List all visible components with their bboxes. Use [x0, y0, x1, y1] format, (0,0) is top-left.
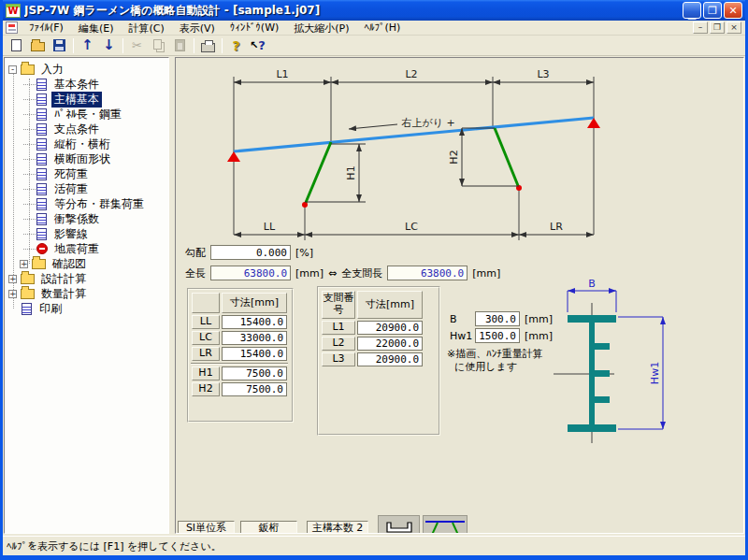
cell-lr-value[interactable]: 15400.0	[222, 347, 287, 361]
row-label-lr: LR	[192, 347, 220, 361]
sidebar-item-dead-load[interactable]: 死荷重	[5, 166, 168, 181]
cell-lc-value[interactable]: 33000.0	[222, 331, 287, 345]
tree-expand-icon[interactable]: +	[20, 260, 28, 268]
menu-help[interactable]: ﾍﾙﾌﾟ(H)	[357, 21, 409, 35]
slope-direction-label: 右上がり +	[401, 117, 454, 129]
context-help-button[interactable]: ↖?	[247, 36, 268, 55]
grade-input[interactable]: 0.000	[210, 245, 291, 260]
height-label-h1: H1	[345, 165, 357, 179]
sidebar-item-quantity-calculation[interactable]: + 数量計算	[5, 286, 168, 301]
dimensions-header-size: 寸法[mm]	[222, 293, 287, 313]
sidebar-item-distributed-crowd-load[interactable]: 等分布・群集荷重	[5, 196, 168, 211]
b-input[interactable]: 300.0	[475, 311, 520, 326]
tree-expand-icon[interactable]: +	[8, 290, 17, 298]
cell-h2-value[interactable]: 7500.0	[222, 382, 287, 396]
span-label-l1: L1	[276, 68, 288, 80]
mdi-document-icon[interactable]	[6, 22, 18, 34]
sidebar-item-live-load[interactable]: 活荷重	[5, 181, 168, 196]
total-length-value: 63800.0	[210, 266, 291, 280]
toolbar-separator	[73, 38, 74, 53]
cell-l2-value[interactable]: 22000.0	[357, 337, 423, 351]
tree-expand-icon[interactable]: +	[8, 275, 17, 283]
main-girder-count-box: 主構本数 2	[307, 521, 368, 534]
copy-button[interactable]	[148, 36, 169, 55]
close-button[interactable]: ✕	[724, 2, 742, 19]
sidebar-item-influence-line[interactable]: 影響線	[5, 226, 168, 241]
tree-collapse-icon[interactable]: -	[8, 65, 17, 74]
minimize-button[interactable]: ▁	[683, 2, 701, 19]
girder-cross-section-diagram: B Hw1	[540, 278, 699, 455]
folder-icon	[21, 289, 35, 299]
open-button[interactable]	[27, 36, 49, 55]
menu-view[interactable]: 表示(V)	[172, 21, 223, 35]
move-down-button[interactable]: ↓	[98, 36, 120, 55]
channel-section-button[interactable]	[378, 515, 420, 534]
print-button[interactable]	[197, 36, 219, 55]
row-label-ll: LL	[192, 315, 220, 329]
new-button[interactable]	[6, 36, 27, 55]
content-area: - 入力 基本条件 主構基本 ﾊﾟﾈﾙ長・鋼重	[3, 56, 745, 536]
length-field-row: 全長 63800.0 [mm] ⇔ 全支間長 63800.0 [mm]	[185, 266, 500, 280]
usage-note-line1: ※描画、ﾊﾝﾁ重量計算	[447, 348, 543, 361]
menu-file[interactable]: ﾌｧｲﾙ(F)	[22, 21, 71, 35]
cell-l1-value[interactable]: 20900.0	[357, 321, 423, 335]
mdi-minimize-button[interactable]: –	[693, 22, 708, 34]
move-up-button[interactable]: ↑	[77, 36, 98, 55]
sidebar-item-support-conditions[interactable]: 支点条件	[5, 122, 168, 136]
toolbar-separator	[222, 38, 223, 53]
grade-field-row: 勾配 0.000 [%]	[185, 245, 313, 260]
mdi-close-button[interactable]: ×	[726, 22, 741, 34]
sidebar-item-main-girder-basic[interactable]: 主構基本	[5, 92, 168, 107]
sidebar-item-input[interactable]: - 入力	[5, 62, 168, 77]
usage-note-line2: に使用します	[447, 361, 543, 374]
tree-branch-line	[23, 219, 36, 220]
hw1-input[interactable]: 1500.0	[475, 328, 520, 343]
hw1-label: Hw1	[450, 330, 470, 342]
sidebar-item-cross-section-shape[interactable]: 横断面形状	[5, 151, 168, 166]
menu-window[interactable]: ｳｨﾝﾄﾞｳ(W)	[223, 21, 286, 35]
total-span-value: 63800.0	[387, 266, 468, 280]
sidebar-item-design-calculation[interactable]: + 設計計算	[5, 271, 168, 286]
total-span-label: 全支間長	[341, 266, 382, 280]
menu-zoom[interactable]: 拡大縮小(P)	[286, 21, 356, 35]
sidebar-item-panel-length-steel-weight[interactable]: ﾊﾟﾈﾙ長・鋼重	[5, 107, 168, 122]
open-folder-icon	[31, 42, 45, 51]
pier1-line	[305, 142, 331, 205]
sidebar-item-seismic-load[interactable]: 地震荷重	[5, 241, 168, 256]
sidebar-item-impact-coefficient[interactable]: 衝撃係数	[5, 211, 168, 226]
tree-branch-line	[23, 114, 36, 115]
save-button[interactable]	[49, 36, 70, 55]
save-floppy-icon	[53, 39, 65, 51]
row-label-l1: L1	[322, 321, 355, 335]
help-button[interactable]: ?	[225, 36, 247, 55]
cell-h1-value[interactable]: 7500.0	[222, 366, 287, 381]
bottom-label-lr: LR	[550, 221, 563, 233]
tree-branch-line	[23, 189, 36, 190]
bottom-label-ll: LL	[264, 221, 276, 233]
sidebar-item-check-drawing[interactable]: + 確認図	[5, 256, 168, 271]
bridge-elevation-diagram: L1 L2 L3 右上がり +	[176, 58, 744, 245]
dimensions-header-empty	[192, 293, 220, 313]
sidebar-item-stringer-crossbeam[interactable]: 縦桁・横桁	[5, 136, 168, 151]
folder-open-icon	[21, 65, 35, 75]
frame-shape-button[interactable]	[423, 515, 468, 534]
cell-ll-value[interactable]: 15400.0	[222, 315, 287, 329]
channel-section-icon	[383, 519, 415, 534]
menu-bar: ﾌｧｲﾙ(F) 編集(E) 計算(C) 表示(V) ｳｨﾝﾄﾞｳ(W) 拡大縮小…	[3, 21, 745, 36]
sidebar-item-basic-conditions[interactable]: 基本条件	[5, 77, 168, 92]
menu-calc[interactable]: 計算(C)	[121, 21, 171, 35]
menu-edit[interactable]: 編集(E)	[71, 21, 122, 35]
toolbar-separator	[122, 38, 123, 53]
tree-branch-line	[23, 129, 36, 130]
usage-note: ※描画、ﾊﾝﾁ重量計算 に使用します	[447, 348, 543, 374]
restore-button[interactable]: ❐	[703, 2, 722, 19]
title-bar: W JSP-7W 鋼ラーメン橋の概略自動設計 - [sample1.j07] ▁…	[3, 0, 745, 21]
sidebar-item-print[interactable]: 印刷	[5, 301, 168, 316]
paste-button[interactable]	[169, 36, 191, 55]
spans-table-box: 支間番号 寸法[mm] L1 20900.0 L2 22000.0 L3 209…	[317, 286, 440, 436]
mdi-restore-button[interactable]: ❐	[710, 22, 725, 34]
cell-l3-value[interactable]: 20900.0	[357, 352, 423, 366]
tree-branch-line	[23, 99, 36, 100]
tree-branch-line	[23, 84, 36, 85]
cut-button[interactable]: ✂	[126, 36, 148, 55]
